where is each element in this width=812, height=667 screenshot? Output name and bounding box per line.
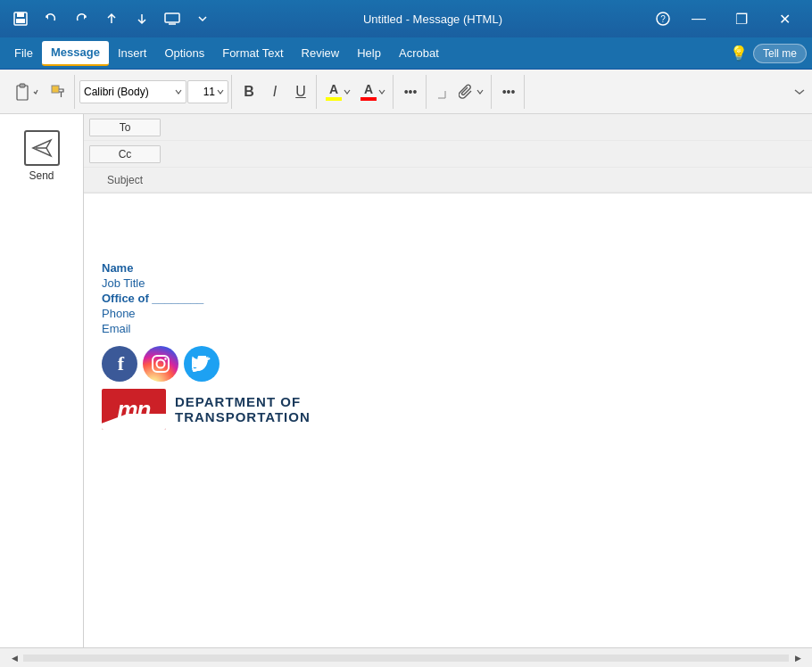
svg-text:?: ? (660, 14, 666, 24)
lightbulb-icon: 💡 (730, 45, 748, 62)
mndot-logo: mn DEPARTMENT OF TRANSPORTATION (102, 389, 794, 430)
menu-file[interactable]: File (5, 41, 42, 66)
to-row: To (84, 114, 812, 141)
bold-button[interactable]: B (236, 79, 261, 104)
to-button[interactable]: To (89, 119, 161, 136)
display-icon[interactable] (159, 5, 186, 32)
status-bar: ◀ ▶ (0, 647, 812, 667)
subject-label: Subject (89, 174, 161, 186)
font-name-value: Calibri (Body) (84, 86, 171, 98)
title-bar: Untitled - Message (HTML) ? — ❐ ✕ (0, 0, 812, 37)
sig-job-title: Job Title (102, 276, 794, 290)
dept-line2: TRANSPORTATION (175, 409, 311, 424)
svg-point-13 (164, 358, 166, 359)
menu-format-text[interactable]: Format Text (213, 41, 292, 66)
menu-review[interactable]: Review (293, 41, 349, 66)
clipboard-button[interactable] (8, 79, 44, 104)
italic-button[interactable]: I (262, 79, 287, 104)
sig-email: Email (102, 322, 794, 335)
toolbar-expand[interactable] (791, 83, 808, 101)
clipboard-group (5, 75, 75, 109)
highlight-group: A A (319, 75, 394, 109)
svg-rect-9 (20, 84, 25, 87)
to-input[interactable] (166, 117, 812, 137)
mn-mark: mn (102, 389, 166, 430)
format-painter-button[interactable] (45, 79, 71, 104)
sig-office: Office of ________ (102, 292, 794, 305)
email-content-area: To Cc Subject Name Job Title (84, 114, 812, 647)
compose-wrapper: Send To Cc Subject (0, 114, 812, 647)
font-size-selector[interactable]: 11 (187, 80, 228, 103)
facebook-icon[interactable]: f (102, 346, 137, 382)
svg-rect-10 (52, 86, 59, 93)
resize-handle (432, 85, 446, 99)
dept-line1: DEPARTMENT OF (175, 394, 311, 409)
help-icon[interactable]: ? (650, 5, 676, 32)
highlight-button[interactable]: A (321, 79, 355, 104)
menu-insert[interactable]: Insert (109, 41, 156, 66)
attach-button[interactable] (454, 79, 488, 104)
svg-point-12 (157, 360, 165, 368)
up-icon[interactable] (98, 5, 125, 32)
undo-icon[interactable] (37, 5, 64, 32)
menu-right: 💡 Tell me (730, 44, 807, 63)
scroll-right-arrow[interactable]: ▶ (791, 651, 805, 665)
scroll-track[interactable] (23, 655, 789, 662)
title-bar-left (7, 5, 216, 32)
more-options-button[interactable]: ••• (496, 79, 521, 104)
cc-input[interactable] (166, 144, 812, 164)
subject-row: Subject (84, 168, 812, 193)
instagram-icon[interactable] (143, 346, 178, 382)
dropdown-icon[interactable] (189, 5, 216, 32)
twitter-icon[interactable] (184, 346, 220, 382)
more-options-group: ••• (493, 75, 525, 109)
redo-icon[interactable] (68, 5, 95, 32)
restore-button[interactable]: ❐ (721, 5, 762, 32)
font-color-button[interactable]: A (356, 79, 390, 104)
send-label: Send (29, 169, 54, 182)
more-format-group: ••• (395, 75, 427, 109)
font-group: Calibri (Body) 11 (77, 75, 232, 109)
sig-phone: Phone (102, 307, 794, 320)
email-fields: To Cc Subject (84, 114, 812, 194)
underline-button[interactable]: U (288, 79, 313, 104)
svg-rect-1 (17, 12, 24, 17)
toolbar: Calibri (Body) 11 B I U A (0, 70, 812, 114)
window-title: Untitled - Message (HTML) (216, 12, 650, 26)
title-bar-controls: ? — ❐ ✕ (650, 5, 805, 32)
font-name-selector[interactable]: Calibri (Body) (79, 80, 186, 103)
body-spacer (102, 208, 794, 261)
send-button[interactable]: Send (13, 123, 70, 189)
attach-group (452, 75, 492, 109)
down-icon[interactable] (128, 5, 155, 32)
sig-name: Name (102, 261, 794, 275)
menu-acrobat[interactable]: Acrobat (390, 41, 448, 66)
menu-options[interactable]: Options (155, 41, 213, 66)
cc-row: Cc (84, 141, 812, 168)
save-icon[interactable] (7, 5, 34, 32)
menu-bar: File Message Insert Options Format Text … (0, 37, 812, 70)
subject-input[interactable] (166, 169, 812, 190)
tell-me-box[interactable]: Tell me (753, 44, 807, 63)
format-group: B I U (234, 75, 317, 109)
dept-text: DEPARTMENT OF TRANSPORTATION (175, 394, 311, 424)
font-size-value: 11 (192, 86, 215, 98)
menu-help[interactable]: Help (348, 41, 390, 66)
more-format-button[interactable]: ••• (398, 79, 423, 104)
menu-message[interactable]: Message (42, 41, 109, 66)
svg-rect-5 (165, 13, 179, 22)
scroll-left-arrow[interactable]: ◀ (7, 651, 21, 665)
send-panel: Send (0, 114, 84, 647)
minimize-button[interactable]: — (678, 5, 719, 32)
close-button[interactable]: ✕ (764, 5, 805, 32)
send-icon (24, 130, 60, 166)
tell-me-label: Tell me (763, 47, 797, 60)
social-icons: f (102, 346, 794, 382)
main-window: Untitled - Message (HTML) ? — ❐ ✕ File M… (0, 0, 812, 667)
email-body[interactable]: Name Job Title Office of ________ Phone … (84, 194, 812, 647)
svg-rect-2 (16, 19, 25, 23)
mn-text: mn (118, 396, 151, 424)
cc-button[interactable]: Cc (89, 145, 161, 163)
